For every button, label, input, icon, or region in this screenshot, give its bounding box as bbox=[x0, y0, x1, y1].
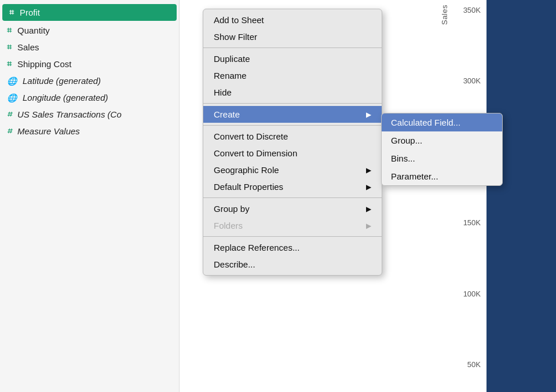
menu-item-default-properties[interactable]: Default Properties ▶ bbox=[203, 178, 382, 195]
menu-section-5: Group by ▶ Folders ▶ bbox=[203, 198, 382, 237]
hash-icon-us-sales: ⌗ bbox=[7, 109, 12, 119]
submenu-item-bins[interactable]: Bins... bbox=[382, 149, 502, 167]
sidebar-item-measure-values[interactable]: ⌗ Measure Values bbox=[0, 123, 179, 140]
menu-section-6: Replace References... Describe... bbox=[203, 237, 382, 275]
sidebar-item-longitude[interactable]: 🌐 Longitude (generated) bbox=[0, 89, 179, 106]
sidebar-item-quantity[interactable]: ⌗ Quantity bbox=[0, 22, 179, 39]
menu-item-group-by[interactable]: Group by ▶ bbox=[203, 200, 382, 217]
globe-icon-latitude: 🌐 bbox=[7, 76, 17, 86]
y-label-150k: 150K bbox=[463, 218, 481, 227]
sidebar-item-shipping-cost[interactable]: ⌗ Shipping Cost bbox=[0, 56, 179, 72]
menu-item-describe[interactable]: Describe... bbox=[203, 256, 382, 273]
y-label-100k: 100K bbox=[463, 290, 481, 298]
sales-axis-label: Sales bbox=[440, 5, 449, 25]
globe-icon-longitude: 🌐 bbox=[7, 93, 17, 102]
sidebar-label-latitude: Latitude (generated) bbox=[23, 76, 101, 86]
hash-icon-sales: ⌗ bbox=[7, 42, 12, 52]
hash-icon-shipping: ⌗ bbox=[7, 59, 12, 69]
y-label-300k: 300K bbox=[463, 76, 481, 85]
sidebar-item-sales[interactable]: ⌗ Sales bbox=[0, 39, 179, 56]
menu-item-hide[interactable]: Hide bbox=[203, 84, 382, 101]
sidebar-label-sales: Sales bbox=[17, 42, 39, 52]
chart-bar bbox=[487, 0, 556, 392]
submenu-item-group[interactable]: Group... bbox=[382, 131, 502, 149]
sidebar-label-us-sales: US Sales Transactions (Co bbox=[17, 109, 122, 119]
sidebar-item-latitude[interactable]: 🌐 Latitude (generated) bbox=[0, 72, 179, 89]
submenu-item-parameter[interactable]: Parameter... bbox=[382, 167, 502, 185]
menu-item-convert-discrete[interactable]: Convert to Discrete bbox=[203, 128, 382, 145]
sidebar-label-profit: Profit bbox=[20, 8, 40, 17]
menu-item-rename[interactable]: Rename bbox=[203, 67, 382, 84]
sidebar-item-us-sales[interactable]: ⌗ US Sales Transactions (Co bbox=[0, 106, 179, 123]
default-props-arrow-icon: ▶ bbox=[366, 183, 371, 191]
y-label-350k: 350K bbox=[463, 6, 481, 14]
sidebar-label-shipping: Shipping Cost bbox=[17, 59, 71, 69]
hash-icon-profit: ⌗ bbox=[9, 8, 14, 17]
folders-arrow-icon: ▶ bbox=[366, 222, 371, 230]
menu-item-folders[interactable]: Folders ▶ bbox=[203, 217, 382, 234]
sidebar-label-longitude: Longitude (generated) bbox=[23, 93, 108, 102]
hash-icon-quantity: ⌗ bbox=[7, 25, 12, 35]
context-menu: Add to Sheet Show Filter Duplicate Renam… bbox=[203, 9, 382, 276]
menu-item-replace-references[interactable]: Replace References... bbox=[203, 239, 382, 256]
menu-section-1: Add to Sheet Show Filter bbox=[203, 9, 382, 48]
group-by-arrow-icon: ▶ bbox=[366, 205, 371, 213]
hash-icon-measure-values: ⌗ bbox=[7, 126, 12, 136]
y-axis: 350K 300K 250K 150K 100K 50K bbox=[446, 0, 481, 392]
y-label-50k: 50K bbox=[467, 360, 481, 369]
menu-item-show-filter[interactable]: Show Filter bbox=[203, 28, 382, 45]
sidebar-label-quantity: Quantity bbox=[17, 25, 50, 35]
menu-item-duplicate[interactable]: Duplicate bbox=[203, 50, 382, 67]
menu-section-2: Duplicate Rename Hide bbox=[203, 48, 382, 104]
menu-item-convert-dimension[interactable]: Convert to Dimension bbox=[203, 145, 382, 162]
submenu: Calculated Field... Group... Bins... Par… bbox=[381, 113, 503, 186]
sidebar: ⌗ Profit ⌗ Quantity ⌗ Sales ⌗ Shipping C… bbox=[0, 0, 180, 392]
create-arrow-icon: ▶ bbox=[366, 111, 371, 119]
menu-item-geographic-role[interactable]: Geographic Role ▶ bbox=[203, 162, 382, 178]
menu-item-create[interactable]: Create ▶ bbox=[203, 106, 382, 123]
menu-section-3: Create ▶ bbox=[203, 104, 382, 126]
sidebar-item-profit[interactable]: ⌗ Profit bbox=[2, 4, 177, 21]
menu-item-add-to-sheet[interactable]: Add to Sheet bbox=[203, 12, 382, 28]
sidebar-label-measure-values: Measure Values bbox=[17, 126, 80, 136]
submenu-item-calculated-field[interactable]: Calculated Field... bbox=[382, 113, 502, 131]
geographic-role-arrow-icon: ▶ bbox=[366, 166, 371, 174]
menu-section-4: Convert to Discrete Convert to Dimension… bbox=[203, 126, 382, 198]
